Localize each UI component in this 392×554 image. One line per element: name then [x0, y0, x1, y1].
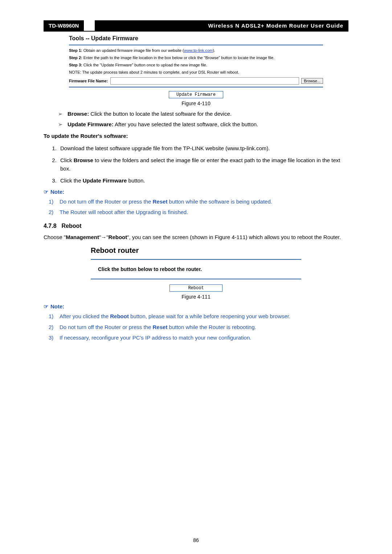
browse-button[interactable]: Browse... — [301, 78, 323, 84]
list-item: 2) Do not turn off the Router or press t… — [49, 323, 348, 331]
firmware-step-2: Step 2: Enter the path to the image file… — [69, 56, 323, 60]
bold-text: Reboot — [109, 234, 127, 240]
text: Do not turn off the Router or press the — [60, 198, 153, 205]
list-number: 1) — [49, 197, 53, 206]
list-number: 3) — [49, 333, 53, 342]
reboot-panel: Reboot router Click the button below to … — [91, 246, 301, 292]
list-item: 2) The Router will reboot after the Upgr… — [49, 208, 348, 216]
section-number: 4.7.8 — [44, 223, 57, 229]
update-heading: To update the Router's software: — [44, 132, 348, 140]
header-gap — [84, 20, 95, 31]
firmware-file-row: Firmware File Name: Browse... — [69, 77, 323, 85]
divider — [69, 87, 323, 87]
text: button, please wait for a while before r… — [129, 313, 290, 319]
text: Choose " — [44, 234, 66, 240]
firmware-step-3: Step 3: Click the "Update Firmware" butt… — [69, 63, 323, 67]
reboot-paragraph: Choose "Management"→"Reboot", you can se… — [44, 233, 348, 241]
divider — [91, 279, 301, 279]
list-number: 2) — [49, 208, 53, 216]
update-term: Update Firmware: — [68, 121, 114, 127]
bold-text: Reboot — [110, 313, 129, 319]
step-label: Step 3: — [69, 63, 82, 67]
list-item: 3) If necessary, reconfigure your PC's I… — [49, 333, 348, 342]
reboot-instruction: Click the button below to reboot the rou… — [98, 266, 301, 272]
bold-text: Update Firmware — [83, 177, 127, 184]
browse-desc: Click the button to locate the latest so… — [89, 111, 232, 117]
text: to view the folders and select the image… — [60, 157, 340, 172]
list-item: Click the Update Firmware button. — [58, 176, 348, 185]
step-label: Step 1: — [69, 48, 82, 53]
note-label: Note: — [50, 189, 64, 195]
note-heading: ☞Note: — [44, 303, 348, 310]
firmware-note: NOTE: The update process takes about 2 m… — [69, 70, 323, 74]
text: button while the Router is rebooting. — [167, 324, 256, 330]
section-heading: 4.7.8Reboot — [44, 223, 348, 229]
bold-text: Reset — [153, 198, 168, 205]
hand-point-icon: ☞ — [44, 303, 48, 309]
text: button. — [127, 177, 145, 184]
text: Do not turn off the Router or press the — [60, 324, 153, 330]
note-label: Note: — [50, 303, 64, 309]
header-model: TD-W8960N — [44, 20, 84, 31]
text: button while the software is being updat… — [167, 198, 272, 205]
figure-caption-111: Figure 4-111 — [44, 294, 348, 300]
website-link[interactable]: www.tp-link.com — [184, 48, 213, 53]
arrow-icon: "→" — [99, 234, 109, 240]
bold-text: Browse — [74, 157, 93, 163]
text: If necessary, reconfigure your PC's IP a… — [60, 335, 251, 341]
update-desc: After you have selected the latest softw… — [114, 121, 258, 127]
page-header: TD-W8960N Wireless N ADSL2+ Modem Router… — [44, 20, 348, 32]
list-item: Click Browse to view the folders and sel… — [58, 156, 348, 173]
step-text: Click the "Update Firmware" button once … — [82, 63, 207, 67]
note-list-2: 1) After you clicked the Reboot button, … — [49, 312, 348, 342]
reboot-button[interactable]: Reboot — [170, 284, 222, 292]
step-text: Obtain an updated firmware image file fr… — [82, 48, 184, 53]
feature-list: Browse: Click the button to locate the l… — [58, 110, 348, 128]
firmware-file-input[interactable] — [110, 77, 299, 85]
hand-point-icon: ☞ — [44, 189, 48, 195]
figure-caption-110: Figure 4-110 — [44, 100, 348, 106]
list-item: Browse: Click the button to locate the l… — [58, 110, 348, 118]
reboot-panel-title: Reboot router — [91, 246, 301, 255]
page-number: 86 — [0, 537, 392, 543]
list-item: Update Firmware: After you have selected… — [58, 120, 348, 129]
firmware-panel-title: Tools -- Update Firmware — [69, 35, 323, 42]
note-list-1: 1) Do not turn off the Router or press t… — [49, 197, 348, 217]
step-label: Step 2: — [69, 56, 82, 60]
browse-term: Browse: — [68, 111, 89, 117]
list-item: 1) After you clicked the Reboot button, … — [49, 312, 348, 320]
update-steps: Download the latest software upgrade fil… — [58, 144, 348, 185]
list-number: 2) — [49, 323, 53, 331]
text: Click the — [60, 177, 83, 184]
text: ", you can see the screen (shown in Figu… — [127, 234, 341, 240]
step-text: Enter the path to the image file locatio… — [82, 56, 274, 60]
text: After you clicked the — [60, 313, 110, 319]
list-item: Download the latest software upgrade fil… — [58, 144, 348, 152]
text: Click — [60, 157, 74, 163]
list-number: 1) — [49, 312, 53, 320]
note-heading: ☞Note: — [44, 189, 348, 195]
firmware-panel: Tools -- Update Firmware Step 1: Obtain … — [69, 35, 323, 98]
step-text-tail: ). — [213, 48, 215, 53]
text: The Router will reboot after the Upgradi… — [60, 209, 188, 215]
update-firmware-button[interactable]: Update Firmware — [169, 91, 223, 98]
divider — [69, 45, 323, 45]
firmware-step-1: Step 1: Obtain an updated firmware image… — [69, 48, 323, 53]
list-item: 1) Do not turn off the Router or press t… — [49, 197, 348, 206]
bold-text: Reset — [153, 324, 168, 330]
header-title: Wireless N ADSL2+ Modem Router User Guid… — [95, 20, 348, 31]
bold-text: Management — [66, 234, 99, 240]
divider — [91, 259, 301, 260]
section-title: Reboot — [62, 223, 82, 229]
firmware-file-label: Firmware File Name: — [69, 79, 108, 83]
